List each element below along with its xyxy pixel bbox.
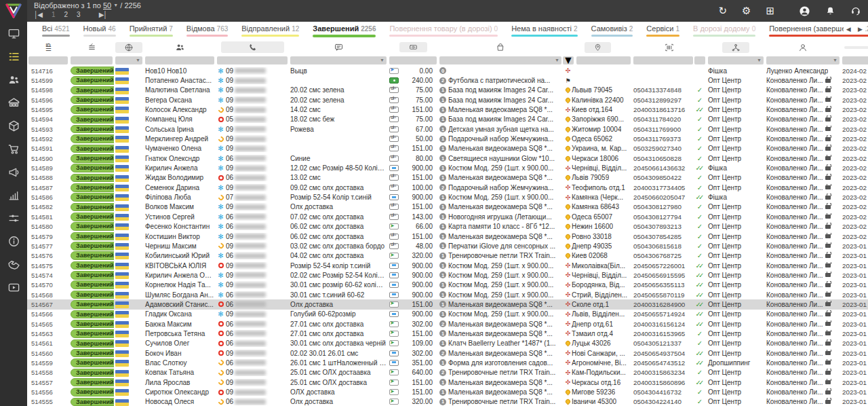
filter-date[interactable] xyxy=(842,56,868,64)
table-row[interactable]: 514560 Завершений Бокоч Иван 09 02.02 30… xyxy=(27,348,868,358)
table-row[interactable]: 514595 Завершений Колосок Александр 09 1… xyxy=(27,105,868,114)
tabs-scroll-arrows[interactable]: ◀ ▶ xyxy=(844,26,865,33)
tab-сервіси[interactable]: Сервіси1 xyxy=(639,22,686,37)
settings-button[interactable]: ⚙ xyxy=(742,5,751,17)
filter-product[interactable]: ▼ xyxy=(439,56,561,64)
column-header-phone[interactable] xyxy=(216,40,289,54)
table-row[interactable]: 514555 Завершений Новосад Олеся 06 Олх д… xyxy=(27,397,868,406)
table-row[interactable]: 514596 Завершений Вегера Оксана ✻ 09 20.… xyxy=(27,95,868,105)
page-button[interactable]: 1 xyxy=(52,11,55,18)
sidebar-item-orders[interactable] xyxy=(0,45,27,68)
table-row[interactable]: 514592 Завершений Мерклингер Андрей 09 5… xyxy=(27,134,868,143)
sidebar-item-partners[interactable] xyxy=(0,253,27,276)
filter-ttn[interactable] xyxy=(633,56,693,64)
table-row[interactable]: 514575 Завершений КВІТОВСЬКА ЮЛІЯ 09 Роз… xyxy=(27,261,868,270)
table-row[interactable]: 514563 Завершений Петровська Тетяна 06 2… xyxy=(27,329,868,338)
filter-payment[interactable] xyxy=(389,56,437,64)
table-row[interactable]: 514590 Завершений Гнатюк Олексндр ✻ 06 С… xyxy=(27,153,868,163)
table-row[interactable]: 514598 Завершений Малютина Светлана ✻ 09… xyxy=(27,86,868,95)
tab-завершений[interactable]: Завершений2256 xyxy=(306,22,382,37)
tab-новый[interactable]: Новый46 xyxy=(77,22,123,37)
table-row[interactable]: 514576 Завершений Кобилинський Юрий ✻ 06… xyxy=(27,251,868,261)
table-row[interactable]: 514567 Завершений Адамовский Станис... 0… xyxy=(27,299,868,309)
filter-status[interactable] xyxy=(71,56,113,64)
page-button[interactable]: 2 xyxy=(64,11,68,18)
sidebar-item-marketing[interactable] xyxy=(0,160,27,183)
table-row[interactable]: 514558 Завершений Ковпак Татьяна 09 25.0… xyxy=(27,368,868,377)
column-header-product[interactable] xyxy=(438,40,563,54)
table-row[interactable]: 514574 Завершений Кирилич Анжела Ол... ✻… xyxy=(27,270,868,280)
first-page-button[interactable]: │◀ xyxy=(34,11,42,18)
table-row[interactable]: 514586 Завершений Філіпова Люба 07 Розмі… xyxy=(27,192,868,202)
column-header-status[interactable] xyxy=(69,40,114,54)
filter-id[interactable] xyxy=(28,56,68,64)
table-row[interactable]: 514716 Завершений Нов10 Нов10 ✻ 09 Выцв … xyxy=(27,66,868,75)
profile-button[interactable] xyxy=(799,5,810,17)
tab-прийнятий[interactable]: Прийнятий7 xyxy=(123,22,180,37)
filter-client[interactable] xyxy=(145,56,214,64)
per-page-select[interactable]: 50 xyxy=(103,1,111,10)
sidebar-item-products[interactable] xyxy=(0,114,27,137)
tab-всі[interactable]: Всі4521 xyxy=(35,22,77,37)
sidebar-item-dashboard[interactable] xyxy=(0,22,27,45)
sidebar-item-settings[interactable] xyxy=(0,206,27,229)
app-logo[interactable] xyxy=(0,0,27,22)
sidebar-item-info[interactable] xyxy=(0,229,27,253)
table-row[interactable]: 514566 Завершений Гладик Оксана ✻ 09 Гол… xyxy=(27,310,868,319)
filter-ttn-status[interactable] xyxy=(694,56,705,64)
table-row[interactable]: 514568 Завершений Шумляс Богдана Ан... ✻… xyxy=(27,290,868,299)
filter-manager[interactable]: ▼ xyxy=(766,56,840,64)
tab-відправлений[interactable]: Відправлений12 xyxy=(235,22,306,37)
table-row[interactable]: 514581 Завершений Устинов Сергей ✻ 06 07… xyxy=(27,212,868,221)
tab-відмова[interactable]: Відмова763 xyxy=(180,22,235,37)
column-header-date[interactable] xyxy=(841,40,868,54)
table-row[interactable]: 514565 Завершений Баюка Максим 06 27.01 … xyxy=(27,319,868,329)
column-header-comment[interactable] xyxy=(289,40,388,54)
filter-city[interactable] xyxy=(576,56,631,64)
table-row[interactable]: 514556 Завершений Сиротюк Олександр 09 О… xyxy=(27,387,868,396)
filter-source[interactable]: ▼ xyxy=(708,56,764,64)
support-button[interactable] xyxy=(850,5,861,16)
table-row[interactable]: 514579 Завершений Костишин Виктор ✻ 09 0… xyxy=(27,232,868,241)
table-row[interactable]: 514588 Завершений Жидак Володимир 06 13.… xyxy=(27,173,868,183)
table-row[interactable]: 514593 Завершений Сольська Ірина ✻ 09 Ро… xyxy=(27,124,868,134)
tab-повернення-товару-в-дорозі-[interactable]: Повернення товару (в дорозі)0 xyxy=(382,22,505,37)
page-button[interactable]: 3 xyxy=(77,11,80,18)
tab-в-дорозі-додому[interactable]: В дорозі додому0 xyxy=(686,22,762,37)
table-row[interactable]: 514577 Завершений Черниш Максим 09 03.02… xyxy=(27,241,868,251)
table-row[interactable]: 514561 Завершений Сучилов Олег 06 30.01 … xyxy=(27,339,868,348)
column-header-client[interactable] xyxy=(144,40,216,54)
filter-phone[interactable] xyxy=(217,56,288,64)
column-header-country[interactable] xyxy=(114,40,144,54)
table-row[interactable]: 514559 Завершений Влас Слотюу 06 26.01 с… xyxy=(27,358,868,367)
table-row[interactable]: 514589 Завершений Кирилич Анжела ✻ 09 12… xyxy=(27,163,868,172)
filter-comment[interactable]: ▼ xyxy=(290,56,387,64)
tab-самовивіз[interactable]: Самовивіз2 xyxy=(585,22,640,37)
column-header-payment[interactable] xyxy=(388,40,438,54)
last-page-button[interactable]: ▶│ xyxy=(99,11,107,18)
table-row[interactable]: 514580 Завершений Фесенко Константин ✻ 0… xyxy=(27,222,868,232)
column-header-id[interactable]: ID☰ xyxy=(27,40,69,54)
notifications-button[interactable] xyxy=(825,5,835,16)
sidebar-item-clients[interactable] xyxy=(0,68,27,91)
sidebar-item-analytics[interactable] xyxy=(0,183,27,206)
column-header-source[interactable] xyxy=(707,40,765,54)
column-header-city[interactable] xyxy=(563,40,632,54)
filter-country[interactable]: ▼ xyxy=(115,56,142,64)
sidebar-item-tutorials[interactable] xyxy=(0,276,27,299)
sidebar-item-warehouse[interactable] xyxy=(0,91,27,114)
table-row[interactable]: 514582 Завершений Волков Максим ✻ 09 Олх… xyxy=(27,202,868,212)
table-row[interactable]: 514557 Завершений Лила Ярослав 09 25.01 … xyxy=(27,377,868,387)
table-row[interactable]: 514594 Завершений Компанец Юля 05 18.02 … xyxy=(27,115,868,124)
sidebar-item-purchases[interactable] xyxy=(0,137,27,160)
table-row[interactable]: 514591 Завершений Чумаченко Олена ✻ 09 1… xyxy=(27,144,868,153)
column-header-manager[interactable] xyxy=(765,40,841,54)
table-row[interactable]: 514599 Завершений Потапенко Анастас... ✻… xyxy=(27,75,868,85)
column-header-ttn[interactable] xyxy=(632,40,707,54)
refresh-button[interactable]: ↻ xyxy=(718,5,727,17)
filter-courier[interactable]: ▼ xyxy=(563,56,574,64)
add-order-button[interactable]: ⊞ xyxy=(766,5,774,17)
table-row[interactable]: 514570 Завершений Корнелюк Надія Та... ✻… xyxy=(27,280,868,290)
tab-нема-в-наявності[interactable]: Нема в наявності2 xyxy=(505,22,584,37)
table-row[interactable]: 514587 Завершений Семенюк Дарина ✻ 09 09… xyxy=(27,183,868,192)
